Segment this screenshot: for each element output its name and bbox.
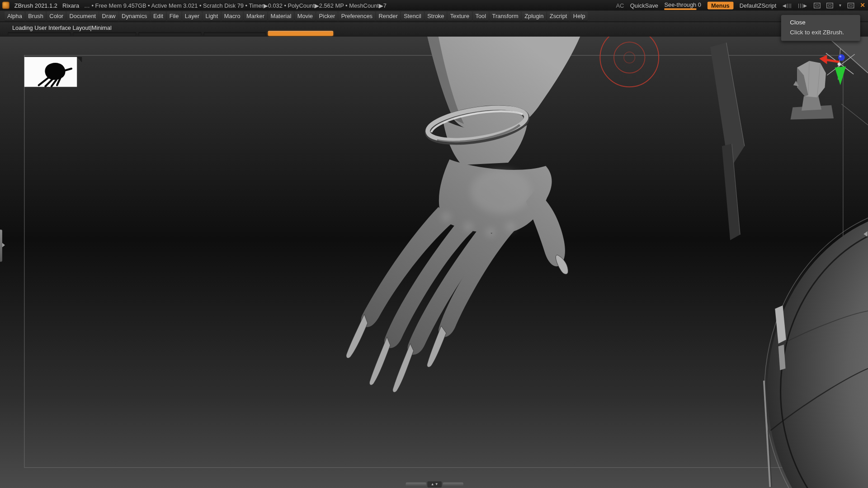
menu-item[interactable]: Help [571,12,588,21]
close-tooltip: Close Click to exit ZBrush. [781,15,860,41]
menu-item[interactable]: Zplugin [522,12,546,21]
menu-item[interactable]: Tool [472,12,489,21]
tooltip-title: Close [790,18,856,28]
loading-status-text: Loading User Interface Layout|Minimal [12,24,112,31]
menu-item[interactable]: Texture [448,12,472,21]
alpha-thumbnail[interactable] [24,57,82,87]
title-bar-left: ZBrush 2021.1.2 Rixara … • Free Mem 9.45… [0,2,387,9]
title-bar-right: AC QuickSave See-through 0 Menus Default… [616,1,868,10]
ui-divider-left-icon[interactable]: ◀||| [783,3,792,8]
menu-item[interactable]: Color [47,12,66,21]
menu-item[interactable]: Document [66,12,99,21]
chevron-down-icon[interactable]: ▾ [839,3,841,8]
menu-item[interactable]: Preferences [339,12,376,21]
document-name: Rixara [62,2,79,9]
menu-item[interactable]: Light [203,12,221,21]
menu-item[interactable]: Macro [222,12,243,21]
menu-item[interactable]: Picker [316,12,338,21]
scroll-bar-right[interactable] [443,483,463,487]
tray-slot [204,32,266,36]
menu-item[interactable]: Transform [489,12,521,21]
menu-item[interactable]: File [167,12,182,21]
see-through-slider[interactable]: See-through 0 [664,1,701,10]
see-through-value: 0 [698,1,701,8]
menu-item[interactable]: Alpha [5,12,25,21]
zbrush-window: ZBrush 2021.1.2 Rixara … • Free Mem 9.45… [0,0,868,488]
menu-item[interactable]: Marker [244,12,267,21]
right-tray-splitter[interactable] [863,231,868,237]
zbrush-logo-icon [2,2,9,9]
quicksave-button[interactable]: QuickSave [630,2,658,9]
scroll-bar-left[interactable] [406,483,426,487]
default-zscript-button[interactable]: DefaultZScript [740,2,776,9]
z-axis-icon [838,54,845,61]
left-tray-splitter[interactable] [0,230,2,262]
menu-item[interactable]: Movie [295,12,316,21]
menu-item[interactable]: Brush [25,12,46,21]
scroll-arrows[interactable]: ▲ ▼ [427,481,442,487]
menu-item[interactable]: Dynamics [119,12,150,21]
menu-item[interactable]: Draw [99,12,118,21]
close-app-button[interactable]: ✕ [860,2,865,9]
status-strip: Loading User Interface Layout|Minimal [0,22,868,37]
viewport-canvas[interactable] [0,37,868,488]
restore-window-button[interactable] [847,3,854,8]
tray-slot [73,32,137,36]
menu-item[interactable]: Stroke [425,12,447,21]
menu-item[interactable]: Material [268,12,294,21]
canvas-render [0,37,868,488]
menu-item[interactable]: Render [376,12,400,21]
menu-item[interactable]: Zscript [547,12,570,21]
tooltip-body: Click to exit ZBrush. [790,28,856,38]
window-large-icon[interactable] [826,3,833,8]
menus-toggle-button[interactable]: Menus [707,1,733,9]
title-bar: ZBrush 2021.1.2 Rixara … • Free Mem 9.45… [0,0,868,10]
loading-progress-bar [268,31,333,36]
tray-slot [8,32,71,36]
ui-divider-right-icon[interactable]: |||▶ [798,3,807,8]
menu-bar: Alpha Brush Color Document Draw Dynamics… [0,10,868,22]
see-through-label: See-through [664,1,696,10]
tray-slot [138,32,202,36]
canvas-scroll-control[interactable]: ▲ ▼ [406,481,463,487]
memory-stats: … • Free Mem 9.457GB • Active Mem 3.021 … [84,2,387,9]
ac-indicator: AC [616,2,624,9]
scroll-down-icon[interactable]: ▼ [435,483,439,486]
menu-item[interactable]: Stencil [401,12,424,21]
scroll-up-icon[interactable]: ▲ [431,483,434,486]
menu-item[interactable]: Layer [182,12,202,21]
window-small-icon[interactable] [814,3,821,8]
app-title: ZBrush 2021.1.2 [14,2,57,9]
menu-item[interactable]: Edit [151,12,166,21]
